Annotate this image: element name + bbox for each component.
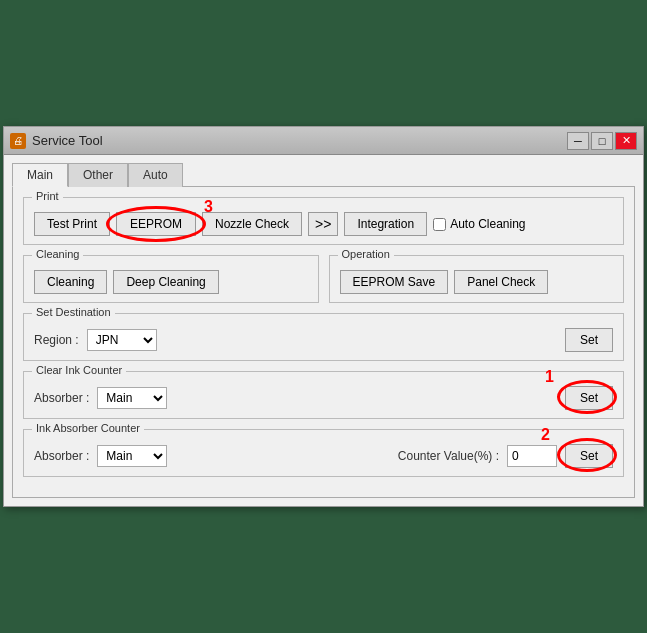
clear-ink-row: Absorber : Main Sub 1 Set — [34, 386, 613, 410]
ink-absorber-select[interactable]: Main Sub — [97, 445, 167, 467]
cleaning-button[interactable]: Cleaning — [34, 270, 107, 294]
operation-buttons: EEPROM Save Panel Check — [340, 270, 614, 294]
nozzle-check-button[interactable]: Nozzle Check — [202, 212, 302, 236]
counter-value-input[interactable] — [507, 445, 557, 467]
cleaning-section: Cleaning Cleaning Deep Cleaning — [23, 255, 319, 303]
region-select[interactable]: JPN USA EUR — [87, 329, 157, 351]
maximize-button[interactable]: □ — [591, 132, 613, 150]
integration-button[interactable]: Integration — [344, 212, 427, 236]
annotation-2: 2 — [541, 426, 550, 444]
destination-set-button[interactable]: Set — [565, 328, 613, 352]
window-title: Service Tool — [32, 133, 103, 148]
counter-value-label: Counter Value(%) : — [398, 449, 499, 463]
clear-ink-set-button[interactable]: Set — [565, 386, 613, 410]
eeprom-wrapper: EEPROM 3 — [116, 212, 196, 236]
auto-cleaning-label: Auto Cleaning — [450, 217, 525, 231]
arrows-button[interactable]: >> — [308, 212, 338, 236]
auto-cleaning-checkbox[interactable] — [433, 218, 446, 231]
tab-auto[interactable]: Auto — [128, 163, 183, 187]
title-bar: 🖨 Service Tool ─ □ ✕ — [4, 127, 643, 155]
main-window: 🖨 Service Tool ─ □ ✕ Main Other Auto Pri… — [3, 126, 644, 507]
close-button[interactable]: ✕ — [615, 132, 637, 150]
ink-absorber-counter-section: Ink Absorber Counter Absorber : Main Sub… — [23, 429, 624, 477]
minimize-button[interactable]: ─ — [567, 132, 589, 150]
eeprom-button[interactable]: EEPROM — [116, 212, 196, 236]
title-bar-left: 🖨 Service Tool — [10, 133, 103, 149]
cleaning-buttons: Cleaning Deep Cleaning — [34, 270, 308, 294]
tab-other[interactable]: Other — [68, 163, 128, 187]
cleaning-section-label: Cleaning — [32, 248, 83, 260]
deep-cleaning-button[interactable]: Deep Cleaning — [113, 270, 218, 294]
auto-cleaning-checkbox-row: Auto Cleaning — [433, 217, 525, 231]
operation-section: Operation EEPROM Save Panel Check — [329, 255, 625, 303]
set2-wrapper: 2 Set — [565, 444, 613, 468]
ink-absorber-set-button[interactable]: Set — [565, 444, 613, 468]
clear-ink-counter-label: Clear Ink Counter — [32, 364, 126, 376]
tab-main[interactable]: Main — [12, 163, 68, 187]
operation-section-label: Operation — [338, 248, 394, 260]
region-label: Region : — [34, 333, 79, 347]
print-section: Print Test Print EEPROM 3 Nozzle Check >… — [23, 197, 624, 245]
ink-absorber-row: Absorber : Main Sub Counter Value(%) : 2… — [34, 444, 613, 468]
set1-wrapper: 1 Set — [565, 386, 613, 410]
test-print-button[interactable]: Test Print — [34, 212, 110, 236]
print-buttons-row: Test Print EEPROM 3 Nozzle Check >> Inte… — [34, 212, 613, 236]
set-destination-label: Set Destination — [32, 306, 115, 318]
annotation-1: 1 — [545, 368, 554, 386]
tab-bar: Main Other Auto — [12, 163, 635, 187]
print-section-label: Print — [32, 190, 63, 202]
destination-row: Region : JPN USA EUR Set — [34, 328, 613, 352]
content-area: Main Other Auto Print Test Print EEPROM … — [4, 155, 643, 506]
cleaning-operation-row: Cleaning Cleaning Deep Cleaning Operatio… — [23, 255, 624, 303]
clear-ink-counter-section: Clear Ink Counter Absorber : Main Sub 1 … — [23, 371, 624, 419]
ink-absorber-label: Absorber : — [34, 449, 89, 463]
panel-check-button[interactable]: Panel Check — [454, 270, 548, 294]
clear-ink-absorber-select[interactable]: Main Sub — [97, 387, 167, 409]
title-buttons: ─ □ ✕ — [567, 132, 637, 150]
app-icon: 🖨 — [10, 133, 26, 149]
set-destination-section: Set Destination Region : JPN USA EUR Set — [23, 313, 624, 361]
eeprom-save-button[interactable]: EEPROM Save — [340, 270, 449, 294]
clear-ink-absorber-label: Absorber : — [34, 391, 89, 405]
main-panel: Print Test Print EEPROM 3 Nozzle Check >… — [12, 186, 635, 498]
ink-absorber-counter-label: Ink Absorber Counter — [32, 422, 144, 434]
